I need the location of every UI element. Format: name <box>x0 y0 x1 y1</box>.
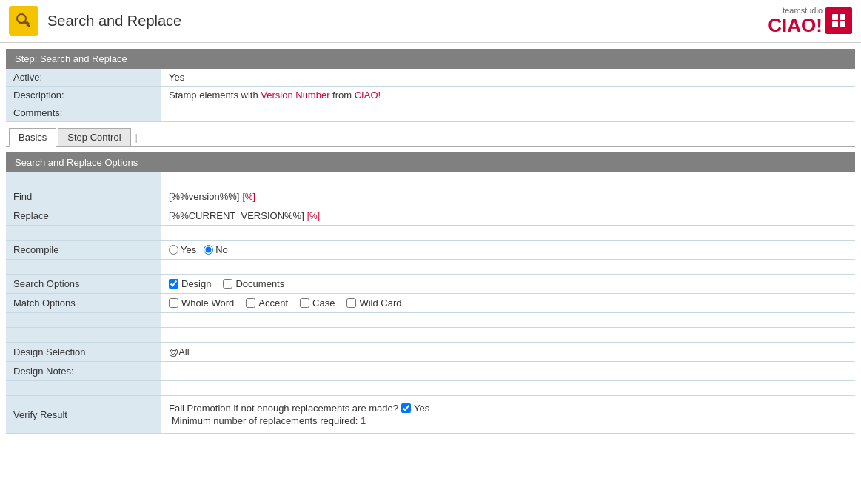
comments-row: Comments: <box>6 104 855 121</box>
design-selection-value: @All <box>169 346 190 357</box>
search-documents-checkbox[interactable] <box>223 279 232 289</box>
recompile-yes-label: Yes <box>181 244 196 255</box>
match-whole-word-checkbox[interactable] <box>169 298 178 308</box>
search-design-item: Design <box>169 278 211 289</box>
app-icon <box>9 6 38 36</box>
recompile-yes-radio[interactable] <box>169 245 178 255</box>
match-accent-checkbox[interactable] <box>246 298 255 308</box>
match-case-label: Case <box>312 298 335 309</box>
match-wild-card-label: Wild Card <box>359 298 401 309</box>
logo-box <box>825 7 852 34</box>
content-table: Find [%%version%%] [%] Replace [%%CURREN… <box>6 172 855 434</box>
find-value: [%%version%%] <box>169 191 239 202</box>
description-row: Description: Stamp elements with Version… <box>6 86 855 104</box>
recompile-no: No <box>204 244 228 255</box>
find-tag-link[interactable]: [%] <box>242 192 255 202</box>
find-field: [%%version%%] [%] <box>169 191 255 202</box>
verify-result-row: Verify Result Fail Promotion if not enou… <box>6 396 855 434</box>
find-label: Find <box>6 187 161 206</box>
verify-min-line: Minimum number of replacements required:… <box>169 415 848 426</box>
design-selection-row: Design Selection @All <box>6 343 855 362</box>
page-title: Search and Replace <box>47 13 181 30</box>
logo-ciao: CIAO! <box>768 15 823 36</box>
section-bar: Search and Replace Options <box>6 152 855 172</box>
design-notes-row: Design Notes: <box>6 362 855 381</box>
recompile-label: Recompile <box>6 241 161 260</box>
ciao-link[interactable]: CIAO! <box>355 90 381 101</box>
logo-text: teamstudio CIAO! <box>768 6 823 36</box>
active-value: Yes <box>161 69 855 87</box>
replace-field: [%%CURRENT_VERSION%%] [%] <box>169 210 320 221</box>
search-options-row: Search Options Design Documents <box>6 275 855 294</box>
svg-rect-3 <box>832 14 838 20</box>
match-wild-card-checkbox[interactable] <box>346 298 356 308</box>
replace-tag-link[interactable]: [%] <box>307 211 320 221</box>
match-accent-label: Accent <box>258 298 288 309</box>
header-left: Search and Replace <box>9 6 181 36</box>
recompile-radio-group: Yes No <box>169 244 848 255</box>
match-accent-item: Accent <box>246 298 288 309</box>
search-design-label: Design <box>181 278 211 289</box>
active-label: Active: <box>6 69 161 87</box>
match-options-checkboxes: Whole Word Accent Case Wild Card <box>169 298 848 309</box>
replace-value: [%%CURRENT_VERSION%%] <box>169 210 304 221</box>
step-label: Step: Search and Replace <box>15 53 127 64</box>
verify-result-value-cell: Fail Promotion if not enough replacement… <box>161 396 855 434</box>
replace-value-cell: [%%CURRENT_VERSION%%] [%] <box>161 206 855 226</box>
match-whole-word-item: Whole Word <box>169 298 234 309</box>
verify-block: Fail Promotion if not enough replacement… <box>169 400 848 429</box>
tab-step-control[interactable]: Step Control <box>58 128 130 146</box>
verify-min-value: 1 <box>361 415 366 426</box>
main-content: Step: Search and Replace Active: Yes Des… <box>0 49 861 440</box>
comments-label: Comments: <box>6 104 161 121</box>
verify-yes: Yes <box>414 403 429 414</box>
match-case-checkbox[interactable] <box>300 298 309 308</box>
find-value-cell: [%%version%%] [%] <box>161 187 855 206</box>
logo: teamstudio CIAO! <box>768 6 852 36</box>
comments-value <box>161 104 855 121</box>
design-selection-value-cell: @All <box>161 343 855 362</box>
spacer-row-5 <box>6 328 855 343</box>
info-table: Active: Yes Description: Stamp elements … <box>6 69 855 122</box>
page-header: Search and Replace teamstudio CIAO! <box>0 0 861 43</box>
match-options-value-cell: Whole Word Accent Case Wild Card <box>161 294 855 313</box>
search-design-checkbox[interactable] <box>169 279 178 289</box>
svg-rect-6 <box>840 21 845 27</box>
search-documents-label: Documents <box>235 278 284 289</box>
design-notes-value <box>161 362 855 381</box>
recompile-value-cell: Yes No <box>161 241 855 260</box>
search-options-value-cell: Design Documents <box>161 275 855 294</box>
design-selection-label: Design Selection <box>6 343 161 362</box>
match-case-item: Case <box>300 298 335 309</box>
verify-line-1: Fail Promotion if not enough replacement… <box>169 403 848 414</box>
verify-question: Fail Promotion if not enough replacement… <box>169 403 398 414</box>
active-row: Active: Yes <box>6 69 855 87</box>
tab-basics[interactable]: Basics <box>9 128 56 147</box>
spacer-row-4 <box>6 313 855 328</box>
search-documents-item: Documents <box>223 278 284 289</box>
find-row: Find [%%version%%] [%] <box>6 187 855 206</box>
verify-result-label: Verify Result <box>6 396 161 434</box>
search-options-checkboxes: Design Documents <box>169 278 848 289</box>
recompile-no-radio[interactable] <box>204 245 213 255</box>
verify-checkbox[interactable] <box>401 403 411 413</box>
tab-divider: | <box>135 132 138 146</box>
match-wild-card-item: Wild Card <box>346 298 401 309</box>
svg-rect-5 <box>832 21 838 27</box>
description-label: Description: <box>6 86 161 104</box>
recompile-row: Recompile Yes No <box>6 241 855 260</box>
match-options-row: Match Options Whole Word Accent Case <box>6 294 855 313</box>
verify-min-label: Minimum number of replacements required: <box>172 415 358 426</box>
match-whole-word-label: Whole Word <box>181 298 234 309</box>
version-link[interactable]: Version Number <box>261 90 329 101</box>
match-options-label: Match Options <box>6 294 161 313</box>
search-options-label: Search Options <box>6 275 161 294</box>
section-label: Search and Replace Options <box>15 157 138 168</box>
recompile-yes: Yes <box>169 244 196 255</box>
spacer-row-6 <box>6 381 855 396</box>
spacer-row-2 <box>6 226 855 241</box>
spacer-row-1 <box>6 172 855 187</box>
spacer-row-3 <box>6 260 855 275</box>
replace-label: Replace <box>6 206 161 226</box>
svg-rect-4 <box>840 14 845 20</box>
